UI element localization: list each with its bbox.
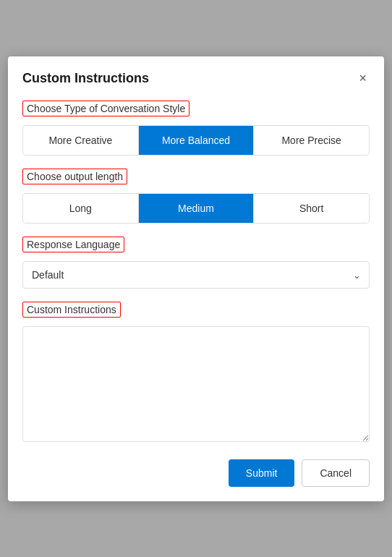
style-balanced-button[interactable]: More Balanced <box>139 126 255 155</box>
language-select[interactable]: Default English Spanish French German Ch… <box>22 261 370 289</box>
submit-button[interactable]: Submit <box>229 459 295 487</box>
close-button[interactable]: × <box>356 72 370 85</box>
modal-title: Custom Instructions <box>22 71 149 86</box>
modal-header: Custom Instructions × <box>22 71 370 86</box>
conversation-style-group: More Creative More Balanced More Precise <box>22 125 370 156</box>
footer-buttons: Submit Cancel <box>22 459 370 487</box>
response-language-label: Response Language <box>22 237 124 252</box>
style-precise-button[interactable]: More Precise <box>254 126 369 155</box>
length-medium-button[interactable]: Medium <box>139 194 255 223</box>
conversation-style-label: Choose Type of Conversation Style <box>22 101 189 116</box>
modal-overlay: Custom Instructions × Choose Type of Con… <box>0 0 392 557</box>
length-long-button[interactable]: Long <box>23 194 139 223</box>
cancel-button[interactable]: Cancel <box>302 459 370 487</box>
language-select-wrapper: Default English Spanish French German Ch… <box>22 261 370 289</box>
custom-instructions-textarea[interactable] <box>22 326 370 442</box>
length-short-button[interactable]: Short <box>254 194 369 223</box>
custom-instructions-section: Custom Instructions <box>22 302 370 445</box>
output-length-group: Long Medium Short <box>22 193 370 224</box>
modal-dialog: Custom Instructions × Choose Type of Con… <box>8 56 384 501</box>
response-language-section: Response Language Default English Spanis… <box>22 237 370 289</box>
style-creative-button[interactable]: More Creative <box>23 126 139 155</box>
output-length-section: Choose output length Long Medium Short <box>22 169 370 224</box>
output-length-label: Choose output length <box>22 169 127 184</box>
custom-instructions-label: Custom Instructions <box>22 302 121 318</box>
conversation-style-section: Choose Type of Conversation Style More C… <box>22 101 370 156</box>
